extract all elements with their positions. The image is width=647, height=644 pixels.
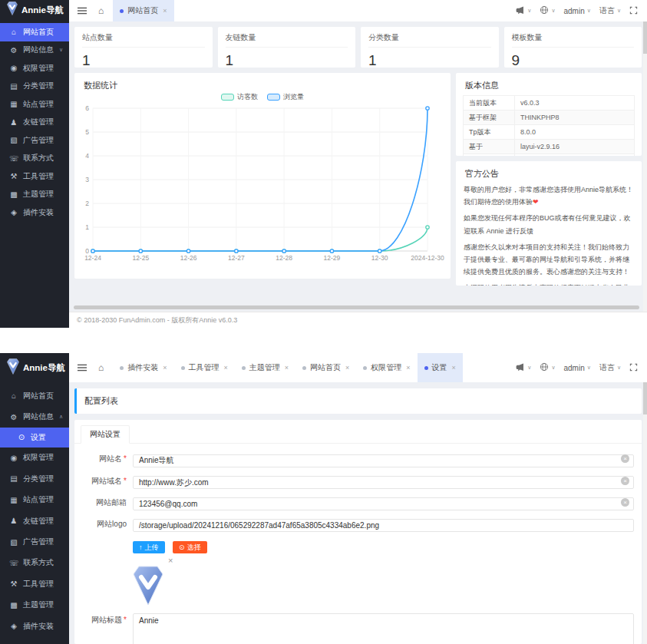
- sidebar-item-plugin[interactable]: ◈插件安装: [0, 616, 69, 636]
- tab-item-0[interactable]: 网站首页×: [113, 0, 173, 21]
- chevron-down-icon: ∨: [59, 47, 63, 53]
- menu-toggle-icon[interactable]: [78, 363, 87, 372]
- clear-input-icon[interactable]: ×: [621, 477, 629, 485]
- tab-item-1[interactable]: 工具管理×: [174, 353, 235, 382]
- ad-image-icon: ▧: [9, 136, 18, 144]
- chart-card-title: 数据统计: [74, 73, 451, 91]
- sidebar-item-auth[interactable]: ◉权限管理: [0, 447, 69, 468]
- tab-item-5[interactable]: 设置×: [418, 353, 463, 382]
- tab-item-2[interactable]: 主题管理×: [235, 353, 295, 382]
- sidebar-item-ad[interactable]: ▧广告管理: [0, 131, 69, 150]
- tab-close-icon[interactable]: ×: [163, 7, 167, 15]
- heart-icon: ❤: [533, 198, 539, 206]
- site-logo-input[interactable]: [133, 519, 634, 532]
- sidebar-item-category[interactable]: ▤分类管理: [0, 468, 69, 489]
- sidebar-item-site-info[interactable]: ⚙网站信息∧: [0, 406, 69, 427]
- announcement-menu[interactable]: ∨: [512, 362, 534, 374]
- sidebar-item-friendlink[interactable]: ♟友链管理: [0, 114, 69, 132]
- sidebar-item-label: 友链管理: [23, 117, 54, 127]
- menu-toggle-icon[interactable]: [78, 6, 87, 15]
- site-name-input[interactable]: [133, 454, 634, 467]
- sidebar-item-contact[interactable]: ☏联系方式: [0, 150, 69, 168]
- tab-close-icon[interactable]: ×: [163, 364, 167, 372]
- tab-label: 设置: [432, 362, 447, 373]
- theme-icon: ▩: [9, 601, 18, 609]
- appearance-menu[interactable]: ∨: [536, 362, 558, 373]
- language-menu[interactable]: 语言∨: [596, 5, 624, 16]
- sidebar-item-category[interactable]: ▤分类管理: [0, 78, 69, 96]
- sidebar-item-label: 网站信息: [23, 411, 54, 422]
- clear-input-icon[interactable]: ×: [621, 454, 629, 463]
- announcement-menu[interactable]: ∨: [512, 5, 534, 17]
- tab-close-icon[interactable]: ×: [345, 364, 349, 372]
- tab-item-0[interactable]: 插件安装×: [113, 353, 173, 382]
- tab-close-icon[interactable]: ×: [452, 364, 456, 372]
- sidebar-item-contact[interactable]: ☏联系方式: [0, 553, 69, 573]
- tab-close-icon[interactable]: ×: [285, 364, 289, 372]
- site-title-row: 网站标题* Annie: [78, 613, 634, 644]
- appearance-menu[interactable]: ∨: [536, 5, 558, 16]
- sidebar-item-auth[interactable]: ◉权限管理: [0, 59, 69, 78]
- tab-site-settings[interactable]: 网站设置: [81, 425, 130, 444]
- sidebar-item-home[interactable]: ⌂网站首页: [0, 23, 69, 41]
- friendlink-icon: ♟: [9, 517, 18, 525]
- upload-button[interactable]: ↑上传: [133, 541, 165, 553]
- site-icon: ▦: [9, 100, 18, 108]
- logo-buttons-row: ↑上传 ⊙选择 ×: [78, 539, 634, 612]
- sidebar-item-label: 插件安装: [23, 621, 54, 632]
- horizontal-scrollbar[interactable]: [74, 305, 639, 309]
- site-title-textarea[interactable]: Annie: [133, 613, 634, 644]
- sidebar-item-label: 广告管理: [23, 537, 54, 547]
- fullscreen-button: [629, 363, 638, 373]
- clear-input-icon[interactable]: ×: [621, 498, 629, 507]
- tab-close-icon[interactable]: ×: [406, 364, 410, 372]
- sidebar-item-theme[interactable]: ▩主题管理: [0, 595, 69, 616]
- sidebar-item-plugin[interactable]: ◈插件安装: [0, 203, 69, 222]
- home-icon[interactable]: ⌂: [98, 362, 104, 373]
- vertical-scrollbar-thumb[interactable]: [643, 382, 647, 414]
- choose-icon: ⊙: [179, 543, 185, 551]
- home-icon[interactable]: ⌂: [98, 5, 104, 16]
- stat-card-label: 友链数量: [226, 32, 348, 48]
- sidebar-item-friendlink[interactable]: ♟友链管理: [0, 510, 69, 531]
- sidebar-item-home[interactable]: ⌂网站首页: [0, 385, 69, 406]
- vertical-scrollbar-thumb[interactable]: [643, 21, 647, 54]
- sidebar-item-theme[interactable]: ▩主题管理: [0, 186, 69, 204]
- topbar-label: 语言: [599, 362, 615, 373]
- fullscreen-button[interactable]: [626, 363, 641, 373]
- stat-card-label: 分类数量: [368, 32, 491, 48]
- field-label: 网站域名*: [78, 474, 133, 490]
- svg-text:2: 2: [85, 200, 89, 207]
- site-name-row: 网站名*×: [78, 452, 634, 467]
- tab-close-icon[interactable]: ×: [224, 364, 228, 372]
- site-email-input[interactable]: [133, 497, 634, 510]
- user-menu[interactable]: admin∨: [561, 364, 594, 372]
- copyright-footer: © 2018-2030 FunAdmin.com - 版权所有Annie v6.…: [69, 312, 647, 328]
- brand[interactable]: Annie导航: [0, 0, 69, 20]
- field-label-text: 网站logo: [97, 520, 127, 528]
- tab-item-4[interactable]: 权限管理×: [356, 353, 417, 382]
- fullscreen-button[interactable]: [626, 6, 641, 16]
- sidebar-item-tools[interactable]: ⚒工具管理: [0, 573, 69, 594]
- sidebar-item-ad[interactable]: ▧广告管理: [0, 531, 69, 552]
- stat-cards-row: 站点数量1友链数量1分类数量1模板数量9: [74, 27, 642, 68]
- tab-item-3[interactable]: 网站首页×: [295, 353, 356, 382]
- user-menu[interactable]: admin∨: [561, 7, 594, 15]
- brand[interactable]: Annie导航: [0, 353, 69, 382]
- sidebar-item-site[interactable]: ▦站点管理: [0, 490, 69, 510]
- sidebar-item-site-info[interactable]: ⚙网站信息∨: [0, 41, 69, 60]
- version-table-row: 基于Requirejs: [464, 154, 635, 157]
- auth-icon: ◉: [9, 64, 18, 72]
- sidebar-subitem-settings[interactable]: ⊙设置: [0, 428, 69, 447]
- sidebar-item-site[interactable]: ▦站点管理: [0, 95, 69, 114]
- shield-v-logo-icon: [7, 358, 19, 378]
- site-icon: ▦: [9, 496, 18, 504]
- language-menu[interactable]: 语言∨: [596, 362, 624, 373]
- sidebar-item-label: 权限管理: [23, 452, 54, 463]
- choose-button[interactable]: ⊙选择: [173, 541, 207, 553]
- sidebar-item-label: 广告管理: [23, 135, 54, 146]
- sidebar-item-tools[interactable]: ⚒工具管理: [0, 167, 69, 186]
- remove-preview-icon[interactable]: ×: [168, 556, 176, 565]
- home-icon: ⌂: [9, 28, 18, 36]
- site-domain-input[interactable]: [133, 476, 634, 489]
